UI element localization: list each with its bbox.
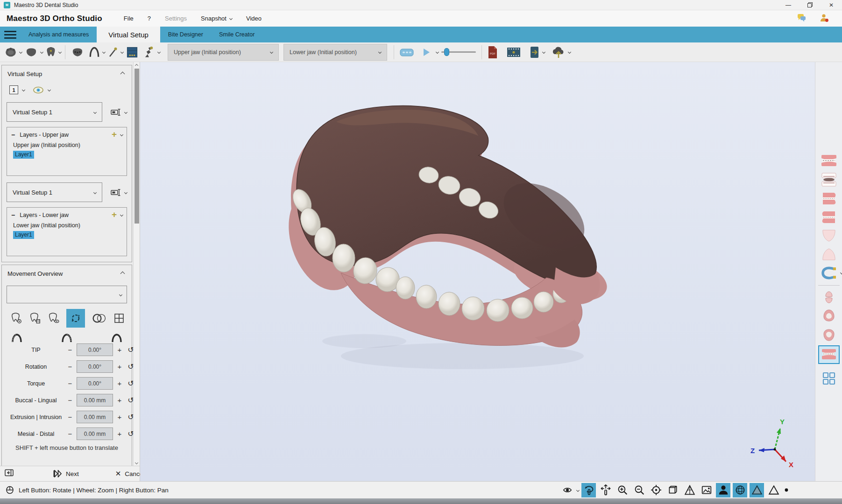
play-button[interactable]: [420, 44, 432, 61]
tooth-movement-mode-icon[interactable]: [10, 313, 22, 324]
rename-setup-button[interactable]: [111, 189, 127, 196]
collapse-layers-icon[interactable]: −: [11, 131, 15, 139]
lower-jaw-select[interactable]: Lower jaw (Initial position): [283, 44, 387, 61]
decrement-button[interactable]: −: [67, 396, 73, 404]
collapse-panel-icon[interactable]: [5, 469, 14, 478]
decrement-button[interactable]: −: [67, 363, 73, 371]
bracket-tool-button[interactable]: [819, 265, 839, 281]
chat-icon[interactable]: [796, 14, 807, 24]
decrement-button[interactable]: −: [67, 430, 73, 438]
increment-button[interactable]: +: [116, 346, 123, 354]
add-layer-icon[interactable]: +: [112, 131, 117, 138]
jaw-brackets-tool-button[interactable]: [69, 44, 86, 61]
tab-virtual-setup[interactable]: Virtual Setup: [97, 27, 160, 42]
view-side-right-button[interactable]: [819, 209, 839, 225]
visibility-eye-button[interactable]: [560, 483, 574, 497]
zoom-in-button[interactable]: [615, 483, 630, 497]
grid-view-tool-button[interactable]: [124, 44, 140, 61]
point-size-dot-icon[interactable]: [783, 488, 790, 492]
movement-value[interactable]: 0.00°: [77, 377, 113, 390]
pan-mode-button[interactable]: [598, 483, 613, 497]
chevron-down-icon[interactable]: [124, 190, 127, 194]
export-video-button[interactable]: [505, 44, 522, 61]
layer1-chip-upper[interactable]: Layer1: [13, 151, 34, 159]
texture-image-button[interactable]: [699, 483, 714, 497]
chevron-down-icon[interactable]: [22, 88, 25, 91]
view-front-bite-button[interactable]: [818, 345, 840, 364]
bounding-box-button[interactable]: [665, 483, 680, 497]
tooth-select[interactable]: [7, 286, 127, 303]
grid-table-icon[interactable]: [114, 313, 124, 323]
chevron-down-icon[interactable]: [40, 50, 43, 54]
menu-help[interactable]: ?: [148, 15, 151, 22]
chevron-down-icon[interactable]: [568, 50, 571, 54]
chevron-down-icon[interactable]: [120, 133, 123, 136]
increment-button[interactable]: +: [116, 363, 123, 371]
arch-segment-icon[interactable]: [61, 333, 72, 343]
add-layer-icon[interactable]: +: [112, 211, 117, 218]
next-button[interactable]: Next: [53, 470, 79, 477]
increment-button[interactable]: +: [116, 396, 123, 404]
layer1-chip-lower[interactable]: Layer1: [13, 231, 34, 239]
decrement-button[interactable]: −: [67, 346, 73, 354]
layers-lower-item[interactable]: Lower jaw (Initial position): [13, 222, 122, 229]
view-side-left-button[interactable]: [819, 190, 839, 206]
arch-segment-icon[interactable]: [111, 333, 122, 343]
export-setup-button[interactable]: [528, 44, 542, 61]
chevron-down-icon[interactable]: [102, 50, 106, 54]
articulator-tool-button[interactable]: [141, 44, 157, 61]
movement-value[interactable]: 0.00°: [77, 360, 113, 373]
chevron-down-icon[interactable]: [120, 213, 123, 216]
slider-handle[interactable]: [444, 48, 449, 56]
animation-clip-button[interactable]: [398, 44, 416, 61]
hamburger-menu-icon[interactable]: [0, 27, 21, 42]
tooth-visibility-mode-icon[interactable]: [48, 313, 60, 324]
view-both-arches-button[interactable]: [819, 289, 839, 305]
decrement-button[interactable]: −: [67, 413, 73, 421]
chevron-down-icon[interactable]: [576, 488, 580, 491]
toggle-compare-icon[interactable]: [92, 313, 107, 323]
scrollbar-thumb[interactable]: [134, 69, 139, 224]
center-view-button[interactable]: [649, 483, 663, 497]
collapse-layers-icon[interactable]: −: [11, 211, 15, 219]
rotation-widget-mode-icon[interactable]: [66, 309, 85, 328]
view-upper-jaw-button[interactable]: [819, 228, 839, 244]
layers-upper-item[interactable]: Upper jaw (Initial position): [13, 142, 122, 148]
upper-jaw-select[interactable]: Upper jaw (Initial position): [168, 44, 279, 61]
chevron-down-icon[interactable]: [120, 50, 124, 54]
gingiva-view-button[interactable]: [716, 483, 730, 497]
movement-value[interactable]: 0.00 mm: [77, 394, 113, 406]
grid-layout-button[interactable]: [819, 371, 839, 386]
user-account-icon[interactable]: [820, 14, 829, 24]
movement-value[interactable]: 0.00 mm: [77, 427, 113, 440]
dental-model[interactable]: [140, 62, 815, 481]
chevron-down-icon[interactable]: [48, 88, 51, 91]
probe-tool-button[interactable]: [106, 44, 120, 61]
decrement-button[interactable]: −: [67, 379, 73, 387]
archwire-tool-button[interactable]: [87, 44, 102, 61]
zoom-out-button[interactable]: [632, 483, 646, 497]
menu-snapshot[interactable]: Snapshot: [201, 15, 232, 22]
chevron-down-icon[interactable]: [124, 110, 127, 113]
cloud-upload-button[interactable]: [550, 44, 567, 61]
panel-scrollbar[interactable]: [133, 62, 140, 466]
tooth-table-mode-icon[interactable]: [29, 313, 41, 324]
increment-button[interactable]: +: [116, 430, 123, 438]
maximize-button[interactable]: [799, 0, 821, 10]
movement-value[interactable]: 0.00 mm: [77, 411, 113, 423]
mesh-sphere-button[interactable]: [733, 483, 747, 497]
tab-smile-creator[interactable]: Smile Creator: [211, 27, 262, 42]
view-upper-occlusal-button[interactable]: [819, 308, 839, 324]
setup-count-button[interactable]: 1: [9, 85, 18, 94]
chevron-down-icon[interactable]: [58, 50, 62, 54]
collapse-section-icon[interactable]: [120, 72, 125, 77]
chevron-down-icon[interactable]: [19, 50, 22, 54]
view-lower-occlusal-button[interactable]: [819, 327, 839, 343]
rotate-mode-button[interactable]: [581, 483, 596, 497]
visibility-eye-icon[interactable]: [33, 86, 44, 94]
chevron-down-icon[interactable]: [436, 50, 439, 54]
animation-slider[interactable]: [441, 51, 476, 53]
view-lower-jaw-button[interactable]: [819, 246, 839, 262]
chevron-down-icon[interactable]: [840, 271, 842, 274]
tab-analysis-and-measures[interactable]: Analysis and measures: [21, 27, 97, 42]
